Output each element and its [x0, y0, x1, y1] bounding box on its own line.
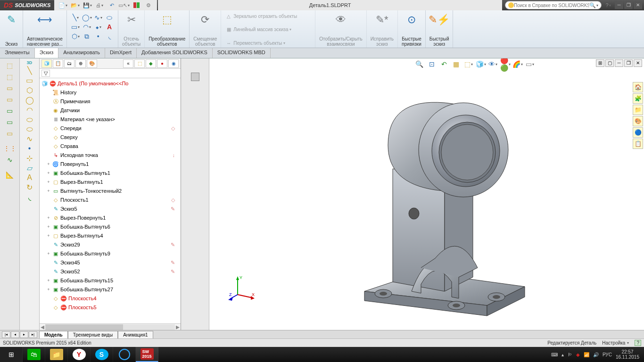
- point-tool-button[interactable]: •: [28, 144, 31, 153]
- rebuild-button[interactable]: [132, 1, 141, 9]
- selection-filter-button[interactable]: ⬚: [5, 60, 15, 71]
- tree-item[interactable]: +▣Бобышка-Вытянуть15: [40, 276, 181, 285]
- tree-hscroll[interactable]: ◂ ▸: [40, 323, 181, 330]
- poly-tool-button[interactable]: ⬡: [26, 86, 33, 95]
- fillet-tool-button[interactable]: ◟: [28, 193, 31, 202]
- taskpane-explorer-button[interactable]: 📁: [633, 105, 643, 115]
- tray-flag-icon[interactable]: 🏳: [568, 352, 572, 357]
- mtab-next-button[interactable]: ▸: [20, 331, 28, 338]
- taskpane-appearances-button[interactable]: 🔵: [633, 127, 643, 138]
- fillet-button[interactable]: ◟: [105, 32, 114, 41]
- orientation-triad[interactable]: Y X Z: [228, 273, 256, 302]
- options-button[interactable]: ⚙: [144, 1, 153, 9]
- tree-extra-4-button[interactable]: ◉: [168, 59, 179, 68]
- tray-up-icon[interactable]: ▴: [561, 352, 564, 357]
- ribbon-snaps[interactable]: ⊙ Быстрые привязки: [398, 10, 426, 48]
- tree-item[interactable]: ◇Плоскость1◇: [40, 196, 181, 205]
- expand-icon[interactable]: +: [46, 187, 51, 195]
- tree-item[interactable]: ✎Эскиз45✎: [40, 258, 181, 267]
- save-button[interactable]: 💾▾: [83, 1, 92, 9]
- tree-item[interactable]: +▭Вытянуть-Тонкостенный2: [40, 187, 181, 196]
- arc-tool-button[interactable]: ◠: [26, 106, 33, 115]
- config-swatch[interactable]: [191, 73, 199, 81]
- tree-item[interactable]: +▢Вырез-Вытянуть1: [40, 178, 181, 187]
- vp-maximize-button[interactable]: ❐: [624, 59, 633, 67]
- tree-item[interactable]: +▢Вырез-Вытянуть4: [40, 231, 181, 240]
- maximize-button[interactable]: ❐: [624, 1, 633, 9]
- line-button[interactable]: ╲▾: [71, 13, 80, 22]
- expand-icon[interactable]: +: [46, 286, 51, 294]
- text-tool-button[interactable]: A: [27, 173, 32, 182]
- expand-icon[interactable]: +: [46, 232, 51, 240]
- slot-tool-button[interactable]: ⬭: [26, 125, 33, 133]
- prev-view-button[interactable]: ↶: [439, 59, 449, 69]
- mtab-last-button[interactable]: ▸|: [29, 331, 37, 338]
- text-button[interactable]: A: [105, 23, 114, 31]
- tree-item[interactable]: ◇⛔Плоскость4: [40, 294, 181, 303]
- expand-icon[interactable]: +: [46, 214, 51, 222]
- tree-item[interactable]: ↳Исходная точка↓: [40, 151, 181, 160]
- tree-item[interactable]: ✎Эскиз5✎: [40, 205, 181, 214]
- tray-clock[interactable]: 22:57 16.11.2015: [616, 349, 639, 360]
- filter-7-button[interactable]: ▭: [5, 128, 15, 139]
- rect-button[interactable]: ▭▾: [71, 23, 80, 31]
- circle-button[interactable]: ◯▾: [82, 13, 91, 22]
- tree-collapse-button[interactable]: «: [123, 59, 133, 68]
- section-view-button[interactable]: ▦: [452, 59, 461, 69]
- tab-mbd[interactable]: SOLIDWORKS MBD: [213, 48, 271, 58]
- help-button[interactable]: ?▾: [603, 1, 613, 9]
- tree-item[interactable]: 📜History: [40, 88, 181, 97]
- filter-6-button[interactable]: ▭: [5, 117, 15, 127]
- tree-item[interactable]: +▣Бобышка-Вытянуть1: [40, 169, 181, 178]
- viewport[interactable]: ⊞ ▢ ─ ❐ ✕ 🔍 ⊡ ↶ ▦ ⬚▾ 🧊▾ 👁▾ 🔴🟢▾ 🌈▾ ▭▾ 🏠 🧩…: [209, 58, 644, 330]
- circle-tool-button[interactable]: ◯: [25, 96, 34, 105]
- taskbar-app[interactable]: [113, 347, 136, 362]
- mtab-first-button[interactable]: |◂: [2, 331, 10, 338]
- tree-tab-config[interactable]: 🗂: [64, 59, 74, 68]
- tree-tab-property[interactable]: 📋: [53, 59, 63, 68]
- filter-9-button[interactable]: ∿: [5, 155, 15, 165]
- ribbon-rapid[interactable]: ✎⚡ Быстрый эскиз: [426, 10, 454, 48]
- tab-addins[interactable]: Добавления SOLIDWORKS: [137, 48, 213, 58]
- taskpane-custom-button[interactable]: 📋: [633, 139, 643, 149]
- tree-item[interactable]: +▣Бобышка-Вытянуть6: [40, 222, 181, 231]
- expand-icon[interactable]: +: [46, 223, 51, 231]
- tab-analyze[interactable]: Анализировать: [58, 48, 105, 58]
- ellipse-button[interactable]: ⬥▾: [93, 23, 103, 31]
- cube-tool-button[interactable]: ▭: [26, 76, 33, 85]
- tray-safe-icon[interactable]: ◆: [576, 352, 580, 357]
- tree-tab-display[interactable]: 🎨: [87, 59, 97, 68]
- tree-tab-feature[interactable]: 🧊: [41, 59, 52, 68]
- slot-button[interactable]: ⬭: [105, 13, 114, 22]
- ribbon-autodim[interactable]: ⟷ Автоматическое нанесение раз...: [23, 10, 67, 48]
- display-style-button[interactable]: 🧊▾: [476, 59, 486, 69]
- tab-elements[interactable]: Элементы: [0, 48, 35, 58]
- convert-tool-button[interactable]: ↻: [26, 183, 33, 192]
- appearance-button[interactable]: 🔴🟢▾: [501, 59, 510, 69]
- tab-sketch[interactable]: Эскиз: [35, 48, 58, 58]
- taskbar-store[interactable]: 🛍: [23, 347, 45, 362]
- tree-item[interactable]: +▣Бобышка-Вытянуть27: [40, 285, 181, 294]
- tree-item[interactable]: ◇Справа: [40, 142, 181, 151]
- vp-single-button[interactable]: ▢: [605, 59, 614, 67]
- view-settings-button[interactable]: ▭▾: [525, 59, 535, 69]
- filter-2-button[interactable]: ⬚: [5, 72, 15, 82]
- mtab-animation[interactable]: Анимация1: [118, 331, 153, 338]
- close-button[interactable]: ✕: [634, 1, 642, 9]
- taskpane-library-button[interactable]: 🧩: [633, 93, 643, 104]
- tray-keyboard-icon[interactable]: ⌨: [551, 352, 558, 357]
- filter-3-button[interactable]: ▭: [5, 83, 15, 93]
- centerline-button[interactable]: ⊹: [26, 154, 33, 163]
- taskbar-yandex[interactable]: Y: [68, 347, 91, 362]
- line-tool-button[interactable]: ╲: [27, 66, 32, 75]
- spline-tool-button[interactable]: ∿: [26, 134, 33, 143]
- taskbar-solidworks[interactable]: SW2015: [136, 347, 158, 362]
- measure-button[interactable]: 📐: [5, 170, 15, 180]
- search-icon[interactable]: 🔍: [589, 2, 596, 8]
- mtab-model[interactable]: Модель: [39, 331, 68, 338]
- tree-extra-2-button[interactable]: ◆: [146, 59, 156, 68]
- tree-item[interactable]: ≣Материал <не указан>: [40, 115, 181, 124]
- taskpane-resources-button[interactable]: 🏠: [633, 82, 643, 92]
- help-search-input[interactable]: [514, 3, 589, 8]
- feature-tree[interactable]: 🧊 ⛔ Деталь1 (По умолчанию<<По 📜HistoryⒶП…: [40, 78, 181, 323]
